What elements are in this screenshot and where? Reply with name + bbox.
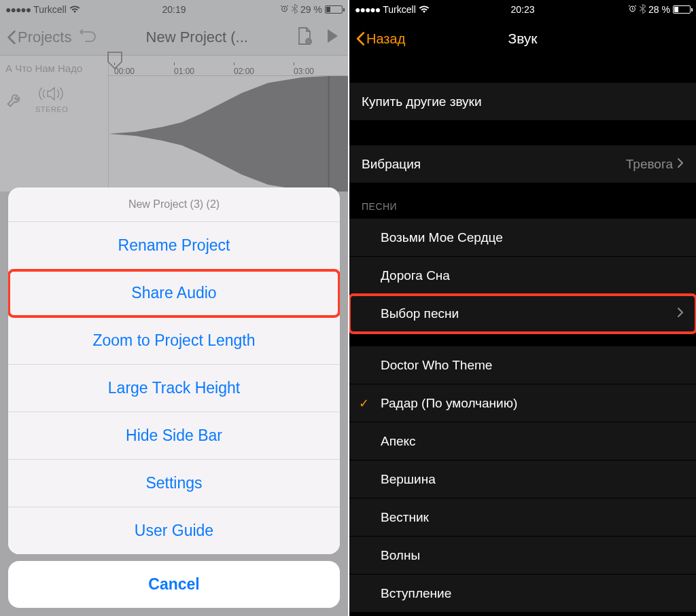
buy-sounds-row[interactable]: Купить другие звуки bbox=[349, 83, 696, 121]
status-bar: ●●●●● Turkcell 20:19 29 % bbox=[0, 0, 348, 19]
editor-toolbar: Projects New Project (... bbox=[0, 19, 348, 56]
project-title: New Project (... bbox=[101, 29, 292, 46]
row-label: Вестник bbox=[362, 510, 684, 525]
speaker-icon[interactable] bbox=[37, 86, 67, 103]
back-button[interactable]: Назад bbox=[356, 31, 405, 47]
row-label: Волны bbox=[362, 548, 684, 563]
project-settings-icon[interactable] bbox=[296, 26, 313, 48]
battery-percent: 29 % bbox=[300, 4, 322, 15]
row-label: Купить другие звуки bbox=[362, 94, 684, 109]
wifi-icon bbox=[69, 5, 80, 14]
row-value: Тревога bbox=[626, 157, 673, 172]
ruler-tick: 00:00 bbox=[114, 62, 135, 76]
sheet-item[interactable]: User Guide bbox=[8, 507, 340, 554]
ringtone-row[interactable]: Апекс bbox=[349, 422, 696, 460]
song-row[interactable]: Выбор песни bbox=[349, 295, 696, 333]
undo-button[interactable] bbox=[80, 29, 97, 46]
ringtone-row[interactable]: Doctor Who Theme bbox=[349, 346, 696, 384]
signal-dots-icon: ●●●●● bbox=[5, 4, 31, 15]
alarm-icon bbox=[280, 4, 289, 15]
stereo-label: STEREO bbox=[35, 105, 68, 113]
status-bar: ●●●●● Turkcell 20:23 28 % bbox=[349, 0, 696, 19]
ringtone-row[interactable]: Волны bbox=[349, 537, 696, 575]
carrier-label: Turkcell bbox=[33, 4, 67, 15]
ringtone-row[interactable]: ✓Радар (По умолчанию) bbox=[349, 384, 696, 422]
wifi-icon bbox=[419, 5, 430, 14]
sheet-item[interactable]: Zoom to Project Length bbox=[8, 317, 340, 365]
row-label: Радар (По умолчанию) bbox=[362, 396, 684, 411]
ringtone-row[interactable]: Вестник bbox=[349, 499, 696, 537]
check-icon: ✓ bbox=[359, 396, 369, 411]
sheet-item[interactable]: Settings bbox=[8, 460, 340, 507]
ruler-tick: 01:00 bbox=[174, 62, 194, 76]
alarm-icon bbox=[628, 4, 637, 15]
row-label: Дорога Сна bbox=[362, 268, 684, 283]
action-sheet: New Project (3) (2) Rename ProjectShare … bbox=[8, 187, 340, 608]
cancel-button[interactable]: Cancel bbox=[8, 561, 340, 608]
nav-header: Назад Звук bbox=[349, 19, 696, 58]
bluetooth-icon bbox=[292, 4, 298, 16]
songs-header: ПЕСНИ bbox=[349, 183, 696, 219]
row-label: Апекс bbox=[362, 434, 684, 449]
ruler-tick: 03:00 bbox=[294, 62, 314, 76]
play-button[interactable] bbox=[326, 29, 338, 46]
sheet-title: New Project (3) (2) bbox=[8, 187, 340, 222]
row-label: Возьми Мое Сердце bbox=[362, 230, 684, 245]
bluetooth-icon bbox=[640, 4, 646, 16]
back-button[interactable]: Projects bbox=[7, 29, 71, 46]
track-area[interactable]: 00:00 01:00 02:00 03:00 bbox=[109, 56, 348, 192]
battery-icon bbox=[325, 5, 343, 14]
phone-right: ●●●●● Turkcell 20:23 28 % Назад Звук bbox=[348, 0, 696, 616]
row-label: Doctor Who Theme bbox=[362, 358, 684, 373]
chevron-right-icon bbox=[677, 306, 684, 321]
row-label: Выбор песни bbox=[362, 306, 677, 321]
sheet-item[interactable]: Large Track Height bbox=[8, 365, 340, 412]
sheet-item[interactable]: Share Audio bbox=[8, 270, 340, 317]
vibration-row[interactable]: Вибрация Тревога bbox=[349, 145, 696, 183]
battery-percent: 28 % bbox=[648, 4, 670, 15]
svg-rect-2 bbox=[328, 76, 330, 192]
row-label: Вершина bbox=[362, 472, 684, 487]
sheet-item[interactable]: Hide Side Bar bbox=[8, 412, 340, 460]
row-label: Вступление bbox=[362, 586, 684, 601]
track-name: А Что Нам Надо bbox=[5, 62, 103, 74]
waveform bbox=[109, 76, 348, 192]
settings-list: Купить другие звуки Вибрация Тревога ПЕС… bbox=[349, 58, 696, 613]
ruler-tick: 02:00 bbox=[234, 62, 254, 76]
phone-left: ●●●●● Turkcell 20:19 29 % Projects New bbox=[0, 0, 348, 616]
chevron-right-icon bbox=[677, 157, 684, 172]
back-label: Projects bbox=[18, 29, 71, 46]
back-label: Назад bbox=[366, 31, 405, 47]
timeline-area: А Что Нам Надо STEREO 00:00 01:0 bbox=[0, 56, 348, 192]
sheet-item[interactable]: Rename Project bbox=[8, 222, 340, 270]
track-sidebar: А Что Нам Надо STEREO bbox=[0, 56, 109, 192]
row-label: Вибрация bbox=[362, 157, 626, 172]
wrench-icon[interactable] bbox=[5, 90, 24, 111]
ringtone-row[interactable]: Вступление bbox=[349, 575, 696, 613]
song-row[interactable]: Дорога Сна bbox=[349, 257, 696, 295]
carrier-label: Turkcell bbox=[383, 4, 416, 15]
ringtone-row[interactable]: Вершина bbox=[349, 460, 696, 499]
signal-dots-icon: ●●●●● bbox=[355, 4, 380, 15]
battery-icon bbox=[673, 5, 691, 14]
song-row[interactable]: Возьми Мое Сердце bbox=[349, 219, 696, 257]
time-ruler: 00:00 01:00 02:00 03:00 bbox=[109, 56, 348, 76]
